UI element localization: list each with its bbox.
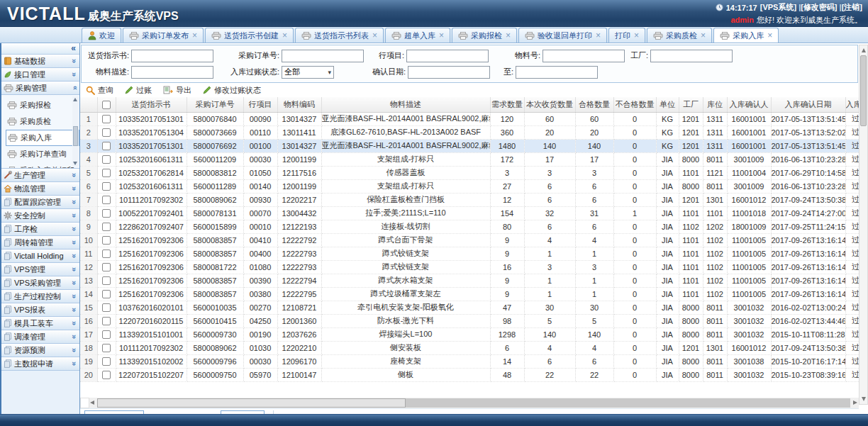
tab-close-icon[interactable]: × xyxy=(767,32,772,39)
tab-close-icon[interactable]: × xyxy=(282,32,287,39)
row-checkbox[interactable] xyxy=(102,169,111,177)
row-checkbox[interactable] xyxy=(102,250,111,258)
row-checkbox[interactable] xyxy=(102,290,111,298)
scroll-right-arrow-icon[interactable] xyxy=(853,400,857,405)
table-row[interactable]: 610253201606131156000112890014012001199支… xyxy=(80,179,859,193)
row-checkbox[interactable] xyxy=(102,303,111,312)
row-checkbox[interactable] xyxy=(102,371,111,379)
filter-input-delivery-note[interactable] xyxy=(131,50,213,62)
row-checkbox[interactable] xyxy=(102,128,111,137)
sidebar-group-mold-tooling-cart[interactable]: 模具工装车» xyxy=(1,317,79,330)
sidebar-item-inbound-slip-print[interactable]: 采购入库单打印 xyxy=(6,162,79,169)
header-link-1[interactable]: [修改密码] xyxy=(801,3,837,11)
sidebar-item-purchase-qc[interactable]: 采购质检 xyxy=(6,113,79,130)
table-row[interactable]: 1412516201709230658000838570038012222795… xyxy=(80,287,859,301)
table-row[interactable]: 410253201606131156000112090003012001199支… xyxy=(80,152,859,166)
row-checkbox[interactable] xyxy=(102,155,111,164)
row-checkbox[interactable] xyxy=(102,276,111,285)
sidebar-group-security-control[interactable]: 安全控制» xyxy=(1,209,79,223)
row-checkbox[interactable] xyxy=(102,142,111,150)
table-row[interactable]: 1810111201709230258000890620103012202210… xyxy=(80,341,859,354)
sidebar-group-vps-reports[interactable]: VPS报表» xyxy=(1,303,79,317)
sidebar-group-tote-mgmt[interactable]: 周转箱管理» xyxy=(1,236,79,250)
scroll-thumb[interactable] xyxy=(860,55,867,126)
filter-input-confirm-date-from[interactable] xyxy=(408,66,490,79)
sidebar-group-base-data[interactable]: 基础数据» xyxy=(1,55,79,68)
tab-delivery-note-list[interactable]: 送货指示书列表× xyxy=(295,28,384,43)
table-row[interactable]: 2012207201510220756000097500597012100147… xyxy=(80,368,859,381)
filter-input-material-no[interactable] xyxy=(542,50,625,62)
tab-return-slip-print[interactable]: 验收退回单打印× xyxy=(518,28,607,43)
row-checkbox[interactable] xyxy=(102,344,111,352)
row-checkbox[interactable] xyxy=(102,330,111,339)
scroll-thumb[interactable] xyxy=(97,398,406,408)
table-row[interactable]: 1112516201709230658000838570040012222793… xyxy=(80,247,859,260)
tab-close-icon[interactable]: × xyxy=(634,32,639,39)
tab-purchase-inbound[interactable]: 采购入库× xyxy=(713,28,779,43)
row-checkbox[interactable] xyxy=(102,196,111,204)
table-row[interactable]: 210335201705130458000736690011013011411底… xyxy=(80,125,859,139)
table-row[interactable]: 810052201709240158000781310007013004432拉… xyxy=(80,206,859,220)
scroll-down-arrow-icon[interactable] xyxy=(862,397,866,401)
tab-close-icon[interactable]: × xyxy=(439,32,444,39)
row-checkbox[interactable] xyxy=(102,317,111,325)
header-link-2[interactable]: [注销] xyxy=(842,3,862,11)
sidebar-group-victall-holding[interactable]: Victall Holding» xyxy=(1,250,79,263)
tab-purchase-qc[interactable]: 采购质检× xyxy=(647,28,712,43)
filter-input-po-number[interactable] xyxy=(282,50,364,62)
scroll-down-arrow-icon[interactable] xyxy=(73,162,77,165)
filter-select-posting-status[interactable]: 全部▾ xyxy=(282,66,334,79)
submenu-scrollbar[interactable] xyxy=(72,96,79,167)
sidebar-item-purchase-inbound[interactable]: 采购入库 xyxy=(6,130,79,146)
table-row[interactable]: 1510376201602010156000100350027012108721… xyxy=(80,301,859,314)
table-row[interactable]: 912286201709240756000158990001012122193连… xyxy=(80,220,859,233)
tab-purchase-inspection[interactable]: 采购报检× xyxy=(452,28,517,43)
table-row[interactable]: 1212516201709230658000817220108012222793… xyxy=(80,260,859,274)
sidebar-group-vps-mgmt[interactable]: VPS管理» xyxy=(1,263,79,276)
header-link-0[interactable]: [VPS系统] xyxy=(760,3,796,11)
select-all-checkbox[interactable] xyxy=(102,101,111,109)
tab-over-order-inbound[interactable]: 超单入库× xyxy=(385,28,450,43)
export-button[interactable]: 导出 xyxy=(163,85,191,96)
pagination-control[interactable] xyxy=(221,410,265,414)
table-row[interactable]: 1012516201709230658000838570041012222792… xyxy=(80,233,859,247)
sidebar-group-process-check[interactable]: 工序检» xyxy=(1,223,79,236)
tab-delivery-note-create[interactable]: 送货指示书创建× xyxy=(205,28,294,43)
vertical-scrollbar[interactable] xyxy=(859,45,868,405)
filter-input-confirm-date-to[interactable] xyxy=(516,66,598,79)
pagination-control[interactable] xyxy=(84,410,144,414)
sidebar-group-interface-mgmt[interactable]: 接口管理» xyxy=(1,68,79,82)
sidebar-group-prod-process-control[interactable]: 生产过程控制» xyxy=(1,290,79,303)
sidebar-group-production-mgmt[interactable]: 生产管理» xyxy=(1,169,79,182)
horizontal-scrollbar[interactable] xyxy=(80,398,859,408)
filter-input-material-desc[interactable] xyxy=(131,66,213,79)
filter-input-line-item[interactable] xyxy=(406,50,489,62)
row-checkbox[interactable] xyxy=(102,357,111,366)
tab-close-icon[interactable]: × xyxy=(192,32,197,39)
tab-close-icon[interactable]: × xyxy=(701,32,706,39)
post-button[interactable]: 过账 xyxy=(125,85,152,96)
table-row[interactable]: 1612207201602011556000104150425012001360… xyxy=(80,314,859,327)
tab-close-icon[interactable]: × xyxy=(372,32,377,39)
tab-welcome[interactable]: 欢迎 xyxy=(82,28,121,43)
tab-close-icon[interactable]: × xyxy=(506,32,511,39)
sidebar-group-resource-forecast[interactable]: 资源预测» xyxy=(1,344,79,357)
row-checkbox[interactable] xyxy=(102,115,111,123)
sidebar-group-paint-mix-mgmt[interactable]: 调漆管理» xyxy=(1,330,79,344)
sidebar-item-po-query[interactable]: 采购订单查询 xyxy=(6,146,79,162)
table-row[interactable]: 1312516201709230658000838570039012222794… xyxy=(80,274,859,287)
sidebar-item-purchase-inspection[interactable]: 采购报检 xyxy=(6,97,79,113)
tab-print[interactable]: 打印× xyxy=(608,28,645,43)
table-row[interactable]: 510253201706281458000838120105012117516传… xyxy=(80,166,859,179)
tab-po-publish[interactable]: 采购订单发布× xyxy=(123,28,204,43)
sidebar-group-logistics-mgmt[interactable]: 物流管理» xyxy=(1,182,79,196)
scroll-up-arrow-icon[interactable] xyxy=(862,48,866,52)
tab-close-icon[interactable]: × xyxy=(596,32,601,39)
table-row[interactable]: 310335201705130158000766920010013014327亚… xyxy=(80,139,859,152)
table-row[interactable]: 1711339201510100156000097300019012037626… xyxy=(80,327,859,341)
table-row[interactable]: 710111201709230258000890620093012202217保… xyxy=(80,193,859,206)
table-row[interactable]: 1911339201510200256000097960003012096170… xyxy=(80,354,859,368)
sidebar-group-purchase-mgmt[interactable]: 采购管理» xyxy=(1,82,79,95)
sidebar-group-vps-purchase-mgmt[interactable]: VPS采购管理» xyxy=(1,276,79,290)
scroll-left-arrow-icon[interactable] xyxy=(90,400,94,405)
